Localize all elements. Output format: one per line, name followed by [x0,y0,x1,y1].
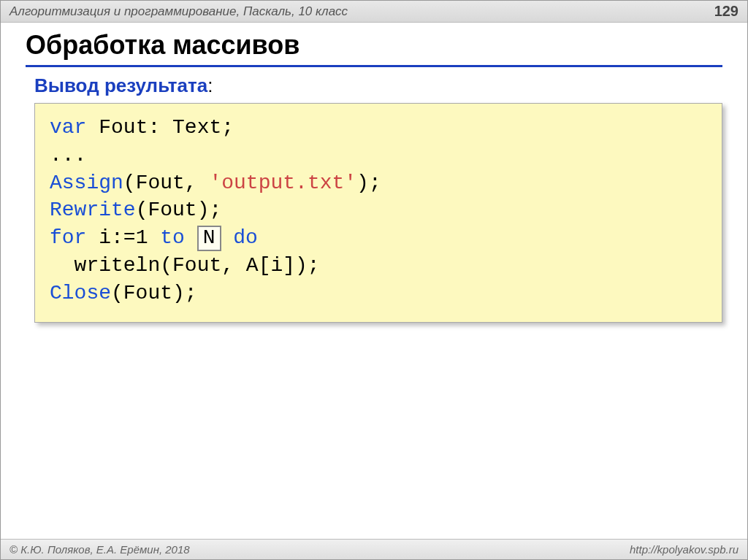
footer-url: http://kpolyakov.spb.ru [630,543,739,556]
title-block: Обработка массивов [1,23,747,70]
title-rule [26,65,722,67]
code-text: (Fout); [136,199,222,221]
kw-do: do [233,226,258,249]
page-title: Обработка массивов [26,30,722,61]
subtitle-colon: : [207,74,213,96]
code-box: var Fout: Text; ... Assign(Fout, 'output… [34,103,722,323]
kw-var: var [50,116,86,139]
code-text: 1 [136,226,148,249]
footer-bar: © К.Ю. Поляков, Е.А. Ерёмин, 2018 http:/… [1,539,747,559]
copyright-label: © К.Ю. Поляков, Е.А. Ерёмин, 2018 [9,543,190,556]
kw-to: to [160,226,185,249]
header-bar: Алгоритмизация и программирование, Паска… [1,1,747,23]
code-text [148,226,160,249]
code-text [221,226,234,249]
code-text: (Fout, [123,172,210,194]
code-text: ); [356,172,381,194]
kw-for: for [50,226,86,249]
code-text: Fout: Text; [86,116,234,139]
code-text [185,226,197,249]
kw-rewrite: Rewrite [50,199,136,221]
slide: Алгоритмизация и программирование, Паска… [0,0,748,560]
subtitle-text: Вывод результата [34,74,207,96]
page-number: 129 [714,3,739,20]
code-text: i:= [86,226,135,249]
course-label: Алгоритмизация и программирование, Паска… [9,4,348,19]
boxed-n: N [197,226,221,251]
code-text: writeln(Fout, A[i]); [50,254,320,277]
kw-assign: Assign [50,172,123,194]
code-text: (Fout); [111,282,197,304]
string-literal: 'output.txt' [209,172,356,194]
kw-close: Close [50,282,111,304]
subtitle: Вывод результата: [1,70,747,97]
code-text: ... [50,144,86,166]
